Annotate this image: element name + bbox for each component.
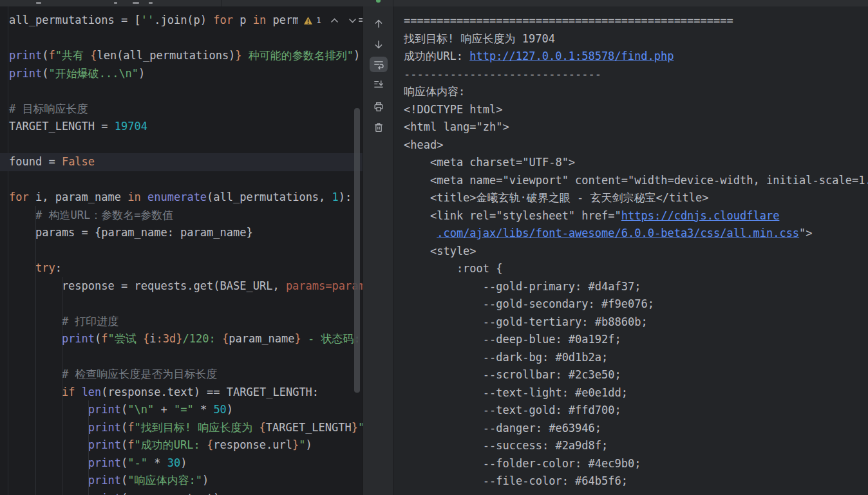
run-console-pane[interactable]: ========================================… — [393, 6, 868, 495]
editor-code-line: params = {param_name: param_name} — [0, 224, 363, 242]
code-token: print — [88, 421, 121, 434]
code-token: --dark-bg: #0d1b2a; — [404, 351, 608, 364]
code-token: len — [82, 386, 102, 398]
code-token: "响应体内容:" — [127, 474, 202, 487]
code-token: "-" — [127, 456, 147, 469]
code-token: --text-gold: #ffd700; — [404, 404, 621, 416]
indent-guide — [35, 206, 36, 495]
chevron-up-icon[interactable] — [329, 15, 341, 26]
console-link[interactable]: https://cdnjs.cloudflare — [621, 209, 780, 222]
code-token: ( — [121, 456, 127, 469]
code-token: { — [207, 438, 213, 451]
code-token: 30 — [167, 456, 180, 469]
code-token: 1 — [332, 191, 339, 203]
code-token: 19704 — [115, 120, 147, 133]
code-token: /120: — [183, 332, 222, 345]
code-token — [9, 492, 88, 495]
code-token: { — [259, 421, 265, 434]
code-token: print — [88, 474, 121, 487]
code-token: params=params — [286, 279, 363, 292]
code-token: --file-color: #64b5f6; — [404, 474, 628, 487]
code-token: 成功的URL: — [404, 50, 469, 62]
code-token: "\n" — [127, 403, 154, 416]
console-line: --dark-bg: #0d1b2a; — [394, 349, 868, 367]
code-token: "找到目标! 响应长度为 — [135, 421, 259, 434]
code-token: ( — [121, 421, 127, 434]
code-token: <title>金曦玄轨·破界之眼 - 玄天剑宗秘宝</title> — [404, 191, 708, 204]
arrow-up-button[interactable] — [370, 16, 388, 32]
code-token: <style> — [404, 245, 476, 257]
code-token: (all_permutations, — [207, 191, 332, 203]
code-token: False — [62, 155, 95, 168]
warning-icon[interactable] — [302, 15, 314, 26]
scroll-to-end-button[interactable] — [370, 77, 388, 93]
code-token: print — [88, 438, 121, 451]
code-token: ========================================… — [404, 14, 733, 27]
code-token: + — [154, 403, 174, 416]
console-link[interactable]: .com/ajax/libs/font-awesome/6.0.0-beta3/… — [437, 227, 799, 239]
editor-code-line: # 检查响应长度是否为目标长度 — [0, 366, 363, 384]
code-token: 50 — [213, 403, 226, 416]
code-token: :root { — [404, 262, 503, 275]
code-token: :3d — [156, 332, 176, 345]
code-token — [141, 191, 147, 203]
code-token: --danger: #e63946; — [404, 422, 601, 434]
code-token: TARGET_LENGTH = — [9, 120, 115, 133]
code-token: ) — [202, 474, 209, 487]
console-link[interactable]: http://127.0.0.1:58578/find.php — [469, 50, 674, 62]
code-token: ------------------------------ — [404, 68, 601, 80]
editor-code-line — [0, 348, 363, 366]
console-output: ========================================… — [394, 12, 868, 490]
clipped-tab-text — [133, 2, 139, 4]
code-token: # 检查响应长度是否为目标长度 — [62, 368, 217, 380]
soft-wrap-icon — [372, 58, 385, 71]
print-button[interactable] — [370, 99, 388, 115]
code-token: param_name — [229, 332, 294, 345]
code-token: 找到目标! 响应长度为 19704 — [404, 32, 555, 45]
arrow-down-icon — [372, 38, 385, 51]
code-token: : — [55, 261, 62, 274]
code-token: - 状态码: — [301, 332, 363, 345]
code-token: len(all_permutations) — [97, 49, 235, 62]
console-line: --gold-tertiary: #b8860b; — [394, 313, 868, 332]
editor-code-line — [0, 171, 363, 189]
editor-code-line: print(f"尝试 {i:3d}/120: {param_name} - 状态… — [0, 330, 363, 348]
code-token: { — [90, 49, 97, 62]
clear-trash-icon — [372, 121, 385, 134]
console-line: --danger: #e63946; — [394, 420, 868, 438]
console-line: --text-light: #e0e1dd; — [394, 384, 868, 402]
clipped-tab-text — [36, 2, 41, 4]
console-line: :root { — [394, 260, 868, 278]
code-token: "=" — [174, 403, 194, 416]
clipped-tab-text — [114, 2, 117, 4]
code-token: (response.text) — [121, 492, 220, 495]
console-line: .com/ajax/libs/font-awesome/6.0.0-beta3/… — [394, 225, 868, 243]
clear-button[interactable] — [370, 120, 388, 135]
code-token: print — [9, 67, 42, 80]
code-token: f — [127, 438, 134, 451]
editor-code-line: try: — [0, 259, 363, 277]
editor-pane[interactable]: all_permutations = [''.join(p) for p in … — [0, 6, 363, 495]
editor-code-line: print("开始爆破...\n") — [0, 65, 363, 83]
tab-divider — [221, 0, 222, 6]
code-token: ) — [227, 403, 233, 416]
soft-wrap-button[interactable] — [370, 57, 388, 72]
console-line: ------------------------------ — [394, 66, 868, 84]
code-token: for — [9, 191, 29, 203]
console-line: <html lang="zh"> — [394, 118, 868, 136]
console-line: 找到目标! 响应长度为 19704 — [394, 30, 868, 48]
console-line: 响应体内容: — [394, 83, 868, 101]
arrow-up-icon — [372, 17, 385, 30]
code-token: ( — [42, 49, 48, 62]
editor-code-line: print("-" * 30) — [0, 454, 363, 472]
editor-code-line: print(f"成功的URL: {response.url}") — [0, 436, 363, 454]
code-token: i — [149, 332, 156, 345]
chevron-down-icon[interactable] — [347, 15, 359, 26]
editor-scrollbar[interactable] — [354, 108, 360, 393]
console-line: --success: #2a9d8f; — [394, 437, 868, 455]
code-token: --gold-tertiary: #b8860b; — [404, 315, 648, 328]
arrow-down-button[interactable] — [370, 37, 388, 52]
code-token: 种可能的参数名排列" — [242, 49, 354, 62]
code-token: 响应体内容: — [404, 85, 465, 98]
code-token: print — [9, 49, 42, 62]
